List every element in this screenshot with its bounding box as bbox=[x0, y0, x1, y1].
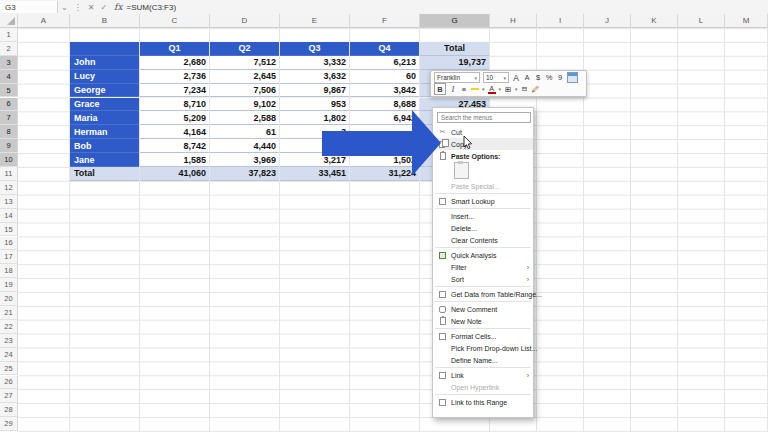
row-header-12[interactable]: 12 bbox=[0, 181, 18, 195]
row-header-14[interactable]: 14 bbox=[0, 209, 18, 223]
value-cell-D3[interactable]: 7,512 bbox=[210, 56, 280, 70]
row-header-11[interactable]: 11 bbox=[0, 167, 18, 181]
value-cell-C8[interactable]: 4,164 bbox=[140, 125, 210, 139]
column-header-D[interactable]: D bbox=[210, 14, 280, 28]
format-painter-icon[interactable]: 🖉 bbox=[532, 85, 540, 94]
menu-item-cut[interactable]: ✂Cut bbox=[433, 126, 533, 138]
accounting-format-icon[interactable]: $ bbox=[534, 73, 542, 83]
column-header-E[interactable]: E bbox=[280, 14, 350, 28]
row-header-5[interactable]: 5 bbox=[0, 84, 18, 98]
row-header-13[interactable]: 13 bbox=[0, 195, 18, 209]
menu-item-clear-contents[interactable]: Clear Contents bbox=[433, 234, 533, 246]
row-header-9[interactable]: 9 bbox=[0, 139, 18, 153]
value-cell-D6[interactable]: 9,102 bbox=[210, 98, 280, 112]
name-cell-B4[interactable]: Lucy bbox=[70, 70, 140, 84]
row-header-6[interactable]: 6 bbox=[0, 98, 18, 112]
formula-input[interactable]: =SUM(C3:F3) bbox=[127, 3, 177, 12]
total-cell-C11[interactable]: 41,060 bbox=[140, 167, 210, 181]
row-header-1[interactable]: 1 bbox=[0, 28, 18, 42]
enter-icon[interactable]: ✓ bbox=[100, 3, 107, 12]
row-header-21[interactable]: 21 bbox=[0, 306, 18, 320]
row-header-8[interactable]: 8 bbox=[0, 125, 18, 139]
row-header-27[interactable]: 27 bbox=[0, 389, 18, 403]
namebox-dropdown-icon[interactable]: ⌄ bbox=[61, 3, 68, 12]
menu-item-sort[interactable]: Sort› bbox=[433, 273, 533, 285]
name-cell-B10[interactable]: Jane bbox=[70, 153, 140, 167]
header-cell-G2[interactable]: Total bbox=[420, 42, 490, 56]
menu-item-link-to-this-range[interactable]: Link to this Range bbox=[433, 396, 533, 408]
header-cell-C2[interactable]: Q1 bbox=[140, 42, 210, 56]
insert-function-icon[interactable]: fx bbox=[114, 2, 122, 12]
chevron-down-icon[interactable]: ▾ bbox=[515, 86, 518, 92]
header-cell-E2[interactable]: Q3 bbox=[280, 42, 350, 56]
merge-center-icon[interactable]: ⊟ bbox=[521, 84, 529, 94]
column-header-G[interactable]: G bbox=[420, 14, 490, 28]
total-cell-D11[interactable]: 37,823 bbox=[210, 167, 280, 181]
value-cell-D8[interactable]: 61 bbox=[210, 125, 280, 139]
menu-item-new-note[interactable]: New Note bbox=[433, 315, 533, 327]
name-cell-B6[interactable]: Grace bbox=[70, 98, 140, 112]
format-as-table-icon[interactable] bbox=[567, 72, 578, 83]
row-header-17[interactable]: 17 bbox=[0, 250, 18, 264]
decrease-font-icon[interactable]: A bbox=[523, 73, 531, 83]
column-header-L[interactable]: L bbox=[678, 14, 725, 28]
menu-item-format-cells[interactable]: Format Cells... bbox=[433, 330, 533, 342]
comma-style-icon[interactable]: 9 bbox=[556, 73, 564, 83]
value-cell-C4[interactable]: 2,736 bbox=[140, 70, 210, 84]
font-name-dropdown[interactable]: Franklin▾ bbox=[434, 72, 480, 83]
name-cell-B3[interactable]: John bbox=[70, 56, 140, 70]
menu-item-pick-from-drop-down-list[interactable]: Pick From Drop-down List... bbox=[433, 342, 533, 354]
row-header-25[interactable]: 25 bbox=[0, 362, 18, 376]
menu-item-link[interactable]: Link› bbox=[433, 369, 533, 381]
header-cell-D2[interactable]: Q2 bbox=[210, 42, 280, 56]
row-header-7[interactable]: 7 bbox=[0, 111, 18, 125]
align-center-icon[interactable]: ≡ bbox=[460, 84, 468, 94]
value-cell-E3[interactable]: 3,332 bbox=[280, 56, 350, 70]
value-cell-D10[interactable]: 3,969 bbox=[210, 153, 280, 167]
value-cell-C7[interactable]: 5,209 bbox=[140, 111, 210, 125]
value-cell-F6[interactable]: 8,688 bbox=[350, 98, 420, 112]
borders-icon[interactable]: ⊞ bbox=[504, 84, 512, 94]
menu-item-get-data-from-table-range[interactable]: Get Data from Table/Range... bbox=[433, 288, 533, 300]
value-cell-D7[interactable]: 2,588 bbox=[210, 111, 280, 125]
header-cell-F2[interactable]: Q4 bbox=[350, 42, 420, 56]
row-header-19[interactable]: 19 bbox=[0, 278, 18, 292]
menu-item-define-name[interactable]: Define Name... bbox=[433, 354, 533, 366]
bold-button[interactable]: B bbox=[434, 83, 446, 95]
fill-color-icon[interactable] bbox=[471, 88, 479, 90]
menu-item-filter[interactable]: Filter› bbox=[433, 261, 533, 273]
value-cell-F7[interactable]: 6,942 bbox=[350, 111, 420, 125]
value-cell-E6[interactable]: 953 bbox=[280, 98, 350, 112]
row-header-26[interactable]: 26 bbox=[0, 376, 18, 390]
name-box[interactable]: G3 bbox=[0, 1, 58, 13]
column-header-K[interactable]: K bbox=[631, 14, 678, 28]
column-header-I[interactable]: I bbox=[537, 14, 584, 28]
name-cell-B5[interactable]: George bbox=[70, 84, 140, 98]
total-label-B11[interactable]: Total bbox=[70, 167, 140, 181]
italic-button[interactable]: I bbox=[449, 84, 457, 94]
column-header-A[interactable]: A bbox=[18, 14, 70, 28]
value-cell-D9[interactable]: 4,440 bbox=[210, 139, 280, 153]
chevron-down-icon[interactable]: ▾ bbox=[499, 86, 502, 92]
name-cell-B8[interactable]: Herman bbox=[70, 125, 140, 139]
menu-item-smart-lookup[interactable]: Smart Lookup bbox=[433, 195, 533, 207]
column-header-H[interactable]: H bbox=[490, 14, 537, 28]
cancel-icon[interactable]: ✕ bbox=[88, 3, 95, 12]
row-header-3[interactable]: 3 bbox=[0, 56, 18, 70]
row-header-18[interactable]: 18 bbox=[0, 264, 18, 278]
row-header-28[interactable]: 28 bbox=[0, 403, 18, 417]
increase-font-icon[interactable]: A bbox=[512, 73, 520, 83]
column-header-C[interactable]: C bbox=[140, 14, 210, 28]
row-header-2[interactable]: 2 bbox=[0, 42, 18, 56]
row-header-23[interactable]: 23 bbox=[0, 334, 18, 348]
value-cell-F4[interactable]: 60 bbox=[350, 70, 420, 84]
row-header-29[interactable]: 29 bbox=[0, 417, 18, 431]
row-header-4[interactable]: 4 bbox=[0, 70, 18, 84]
font-color-icon[interactable]: A bbox=[488, 85, 496, 94]
value-cell-E4[interactable]: 3,632 bbox=[280, 70, 350, 84]
column-header-J[interactable]: J bbox=[584, 14, 631, 28]
value-cell-D5[interactable]: 7,506 bbox=[210, 84, 280, 98]
value-cell-F3[interactable]: 6,213 bbox=[350, 56, 420, 70]
chevron-down-icon[interactable]: ▾ bbox=[482, 86, 485, 92]
row-header-15[interactable]: 15 bbox=[0, 223, 18, 237]
